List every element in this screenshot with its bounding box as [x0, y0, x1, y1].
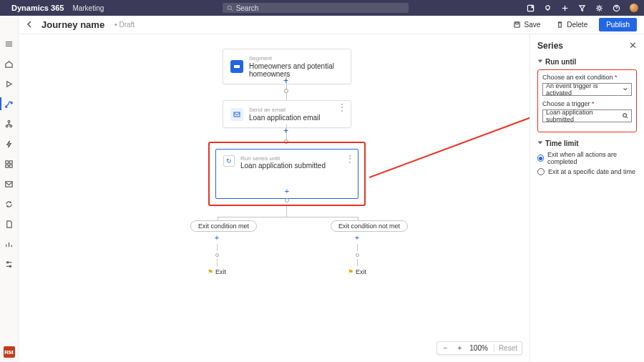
- left-nav-rail: RM: [0, 16, 19, 362]
- svg-rect-41: [234, 65, 240, 68]
- svg-rect-31: [6, 165, 9, 167]
- section-run-until[interactable]: Run until: [537, 58, 637, 66]
- svg-rect-29: [6, 160, 9, 163]
- rail-lightning-icon[interactable]: [4, 139, 14, 149]
- filter-icon[interactable]: [578, 4, 587, 12]
- rail-mail-icon[interactable]: [4, 179, 14, 189]
- command-bar: Journey name • Draft Save Delete Publish: [19, 16, 644, 34]
- section-time-limit[interactable]: Time limit: [537, 140, 637, 147]
- rail-badge[interactable]: RM: [4, 346, 15, 358]
- node-menu-icon[interactable]: ⋮: [338, 105, 346, 109]
- svg-line-46: [627, 117, 628, 119]
- add-step-button[interactable]: +: [283, 126, 288, 136]
- exit-condition-label: Choose an exit condition: [542, 74, 632, 81]
- close-icon[interactable]: ✕: [629, 40, 637, 51]
- search-icon: [623, 113, 628, 119]
- branch-chip-met[interactable]: Exit condition met: [190, 220, 257, 232]
- zoom-out-button[interactable]: −: [441, 344, 450, 352]
- node-kicker: Send an email: [249, 107, 321, 113]
- rail-grid-icon[interactable]: [4, 159, 14, 169]
- svg-rect-11: [528, 5, 534, 11]
- svg-rect-30: [9, 160, 12, 163]
- top-navbar: Dynamics 365 Marketing Search: [0, 0, 644, 16]
- radio-icon: [537, 168, 545, 175]
- svg-line-10: [231, 9, 233, 11]
- svg-point-18: [617, 9, 618, 10]
- node-title: Loan application submitted: [240, 162, 326, 170]
- node-title: Loan application email: [249, 114, 321, 122]
- branch-chip-not-met[interactable]: Exit condition not met: [331, 220, 408, 232]
- zoom-reset-button[interactable]: Reset: [494, 344, 517, 352]
- trigger-search-field[interactable]: Loan application submitted: [542, 109, 632, 122]
- rail-chart-icon[interactable]: [4, 239, 14, 249]
- svg-point-16: [598, 6, 601, 9]
- flag-icon: ⚑: [208, 268, 213, 275]
- share-icon[interactable]: [527, 4, 535, 12]
- rail-tree-icon[interactable]: [4, 119, 14, 129]
- rail-home-icon[interactable]: [4, 59, 14, 69]
- radio-exit-specific-date[interactable]: Exit at a specific date and time: [537, 168, 637, 175]
- add-step-button[interactable]: +: [215, 233, 219, 242]
- svg-line-43: [369, 112, 530, 177]
- status-badge: • Draft: [114, 21, 135, 29]
- global-search[interactable]: Search: [223, 3, 409, 13]
- radio-icon: [537, 155, 544, 162]
- svg-rect-33: [6, 181, 12, 186]
- add-step-button[interactable]: +: [355, 233, 359, 242]
- exit-condition-select[interactable]: An event trigger is activated: [542, 83, 632, 96]
- rail-doc-icon[interactable]: [4, 219, 14, 229]
- module-name: Marketing: [72, 4, 104, 12]
- connector: [286, 206, 287, 217]
- help-icon[interactable]: [613, 4, 621, 12]
- rail-journey-icon[interactable]: [4, 99, 14, 109]
- node-series[interactable]: ↻ Run series until Loan application subm…: [215, 149, 358, 199]
- plus-icon[interactable]: [561, 4, 570, 12]
- search-placeholder: Search: [236, 4, 259, 12]
- zoom-level: 100%: [469, 344, 488, 352]
- svg-point-45: [623, 114, 627, 117]
- zoom-in-button[interactable]: +: [455, 344, 464, 352]
- svg-point-24: [6, 106, 7, 107]
- annotation-arrow: [369, 106, 530, 192]
- rail-menu-icon[interactable]: [4, 39, 14, 49]
- rail-play-icon[interactable]: [4, 79, 14, 89]
- flag-icon: ⚑: [348, 268, 353, 275]
- annotation-highlight: ↻ Run series until Loan application subm…: [208, 142, 366, 206]
- back-button[interactable]: [26, 20, 34, 30]
- connector-node: [284, 89, 288, 93]
- rail-settings-icon[interactable]: [4, 259, 14, 269]
- journey-canvas[interactable]: Segment Homeowners and potential homeown…: [19, 34, 530, 362]
- segment-icon: [230, 60, 243, 73]
- rail-sync-icon[interactable]: [4, 199, 14, 209]
- connector: [218, 217, 358, 217]
- svg-rect-19: [514, 22, 519, 27]
- email-icon: [230, 108, 243, 121]
- publish-button[interactable]: Publish: [599, 18, 637, 31]
- delete-button[interactable]: Delete: [552, 19, 592, 31]
- svg-point-12: [546, 5, 550, 9]
- node-kicker: Run series until: [240, 155, 326, 162]
- radio-exit-all-actions[interactable]: Exit when all actions are completed: [537, 151, 637, 165]
- lightbulb-icon[interactable]: [544, 4, 552, 12]
- save-button[interactable]: Save: [509, 19, 545, 31]
- connector-node: [285, 198, 289, 202]
- brand[interactable]: Dynamics 365: [11, 4, 64, 12]
- node-email[interactable]: Send an email Loan application email ⋮: [223, 100, 351, 128]
- node-menu-icon[interactable]: ⋮: [346, 154, 353, 164]
- annotation-highlight-panel: Choose an exit condition An event trigge…: [537, 69, 637, 132]
- exit-right: + ⚑ Exit: [348, 233, 366, 275]
- series-icon: ↻: [223, 155, 235, 167]
- node-title: Homeowners and potential homeowners: [249, 62, 343, 78]
- exit-left: + ⚑ Exit: [208, 233, 226, 275]
- node-kicker: Segment: [249, 55, 343, 62]
- svg-rect-20: [516, 22, 519, 24]
- svg-point-9: [228, 6, 231, 9]
- panel-title: Series: [537, 41, 563, 51]
- add-step-button[interactable]: +: [285, 187, 289, 195]
- exit-label: Exit: [215, 268, 226, 275]
- add-step-button[interactable]: +: [283, 76, 288, 86]
- chevron-down-icon: [623, 87, 628, 92]
- gear-icon[interactable]: [595, 4, 604, 12]
- properties-panel: Series ✕ Run until Choose an exit condit…: [530, 34, 644, 362]
- avatar[interactable]: [630, 4, 638, 12]
